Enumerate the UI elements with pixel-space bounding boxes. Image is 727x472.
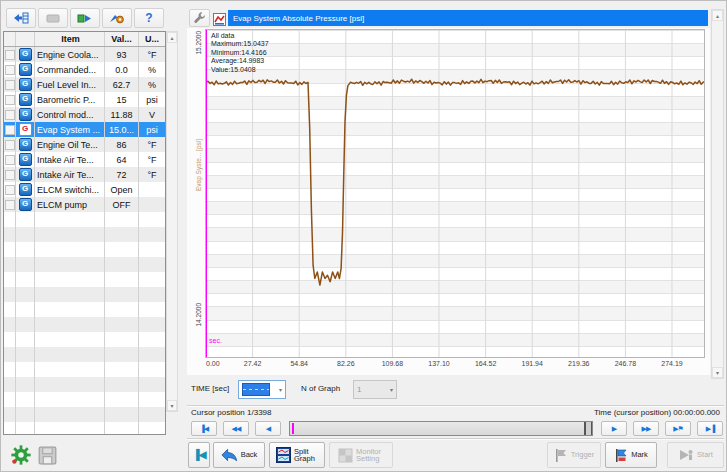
- row-checkbox[interactable]: [5, 65, 15, 75]
- time-axis-dropdown[interactable]: ▾: [238, 380, 286, 399]
- preferences-button[interactable]: [10, 444, 32, 470]
- cursor-unit-label: sec.: [209, 337, 222, 344]
- plot-area[interactable]: [205, 29, 705, 358]
- row-checkbox[interactable]: [5, 80, 15, 90]
- trigger-label: Trigger: [571, 451, 594, 459]
- y-axis-bottom-label: 14.2000: [195, 303, 202, 327]
- header-value: Val...: [105, 32, 139, 46]
- graph-item-icon: G: [19, 138, 32, 151]
- split-graph-button[interactable]: Split Graph: [269, 442, 325, 468]
- x-tick-label: 246.78: [615, 360, 636, 367]
- empty-table-row: [4, 422, 165, 435]
- help-button[interactable]: ?: [134, 8, 164, 28]
- skip-to-end-button[interactable]: ▶▐: [697, 421, 723, 436]
- skip-to-start-icon: ▐◀: [200, 425, 208, 433]
- stat-line: Average:14.9983: [211, 57, 269, 65]
- step-back-button[interactable]: ◀: [255, 421, 281, 436]
- table-row[interactable]: GEvap System ...15.0...psi: [4, 122, 165, 137]
- graph-item-icon: G: [19, 93, 32, 106]
- x-tick-label: 0.00: [206, 360, 220, 367]
- skip-to-end-icon: ▶▐: [706, 425, 714, 433]
- row-checkbox[interactable]: [5, 140, 15, 150]
- timeline-slider[interactable]: [289, 421, 593, 436]
- scroll-up-icon[interactable]: ▴: [167, 32, 177, 43]
- start-button: Start: [667, 442, 724, 468]
- row-checkbox[interactable]: [5, 110, 15, 120]
- watch-table-body: GEngine Coola...93°FGCommanded...0.0%GFu…: [4, 47, 165, 435]
- start-label: Start: [697, 451, 713, 459]
- rewind-button[interactable]: ◀◀: [223, 421, 249, 436]
- fast-forward-icon: ▶▶: [642, 425, 651, 433]
- back-arrow-icon: [221, 448, 238, 462]
- settings-button[interactable]: [102, 8, 132, 28]
- row-checkbox[interactable]: [5, 95, 15, 105]
- header-unit: U...: [139, 32, 165, 46]
- graph-scroll-down-icon[interactable]: ▾: [712, 367, 723, 378]
- fast-forward-button[interactable]: ▶▶: [633, 421, 659, 436]
- data-display-button[interactable]: [70, 8, 100, 28]
- start-icon: [678, 448, 694, 462]
- empty-table-row: [4, 212, 165, 227]
- split-graph-icon: [276, 447, 291, 463]
- table-row[interactable]: GEngine Coola...93°F: [4, 47, 165, 62]
- table-row[interactable]: GIntake Air Te...64°F: [4, 152, 165, 167]
- table-row[interactable]: GControl mod...11.88V: [4, 107, 165, 122]
- graph-item-icon: G: [19, 198, 32, 211]
- table-row[interactable]: GELCM pumpOFF: [4, 197, 165, 212]
- graph-scroll-up-icon[interactable]: ▴: [712, 10, 723, 21]
- table-row[interactable]: GIntake Air Te...72°F: [4, 167, 165, 182]
- empty-table-row: [4, 362, 165, 377]
- table-row[interactable]: GELCM switchi...Open: [4, 182, 165, 197]
- x-tick-label: 27.42: [244, 360, 262, 367]
- trigger-flag-icon: [554, 448, 568, 463]
- empty-table-row: [4, 377, 165, 392]
- stat-line: Maximum:15.0437: [211, 40, 269, 48]
- collapse-panel-button[interactable]: ▐◀: [188, 442, 210, 468]
- row-checkbox[interactable]: [5, 185, 15, 195]
- collapse-panel-icon: ▐◀: [193, 451, 206, 459]
- x-tick-label: 164.52: [475, 360, 496, 367]
- slider-end-cap[interactable]: [584, 422, 592, 435]
- row-checkbox[interactable]: [5, 200, 15, 210]
- wrench-icon: [193, 11, 207, 25]
- graph-item-icon: G: [19, 183, 32, 196]
- trigger-button: Trigger: [547, 442, 601, 468]
- play-button[interactable]: ▶: [601, 421, 627, 436]
- record-data-button[interactable]: [6, 8, 36, 28]
- graph-scrollbar[interactable]: ▴ ▾: [711, 9, 724, 379]
- back-button[interactable]: Back: [213, 442, 265, 468]
- row-checkbox[interactable]: [5, 125, 15, 135]
- row-checkbox[interactable]: [5, 170, 15, 180]
- table-row[interactable]: GCommanded...0.0%: [4, 62, 165, 77]
- back-label: Back: [241, 451, 258, 459]
- data-display-icon: [77, 11, 93, 25]
- line-style-swatch-icon: [242, 383, 270, 396]
- graph-title-bar: Evap System Absolute Pressure [psi]: [228, 10, 708, 26]
- mark-button[interactable]: Mark: [605, 442, 657, 468]
- empty-table-row: [4, 257, 165, 272]
- x-tick-label: 219.36: [568, 360, 589, 367]
- graph-item-icon: G: [19, 123, 32, 136]
- graph-cursor-line[interactable]: [206, 30, 207, 357]
- next-mark-button[interactable]: ▶⚑: [665, 421, 691, 436]
- n-of-graph-label: N of Graph: [301, 384, 340, 393]
- x-tick-label: 274.19: [661, 360, 682, 367]
- scroll-down-icon[interactable]: ▾: [167, 400, 177, 411]
- stop-button: [38, 8, 68, 28]
- table-row[interactable]: GBarometric P...15psi: [4, 92, 165, 107]
- row-checkbox[interactable]: [5, 155, 15, 165]
- record-data-icon: [13, 11, 29, 25]
- next-mark-icon: ▶⚑: [673, 425, 683, 433]
- skip-to-start-button[interactable]: ▐◀: [191, 421, 217, 436]
- x-tick-label: 54.84: [290, 360, 308, 367]
- stat-line: All data: [211, 32, 269, 40]
- table-scrollbar[interactable]: ▴ ▾: [166, 31, 178, 412]
- time-axis-label: TIME [sec]: [191, 384, 229, 393]
- table-row[interactable]: GEngine Oil Te...86°F: [4, 137, 165, 152]
- x-tick-label: 109.68: [382, 360, 403, 367]
- graph-tool-button[interactable]: [189, 9, 210, 27]
- table-row[interactable]: GFuel Level In...62.7%: [4, 77, 165, 92]
- graph-stats: All dataMaximum:15.0437Minimum:14.4166Av…: [211, 32, 269, 74]
- cursor-position-label: Cursor position 1/3398: [191, 408, 272, 417]
- row-checkbox[interactable]: [5, 50, 15, 60]
